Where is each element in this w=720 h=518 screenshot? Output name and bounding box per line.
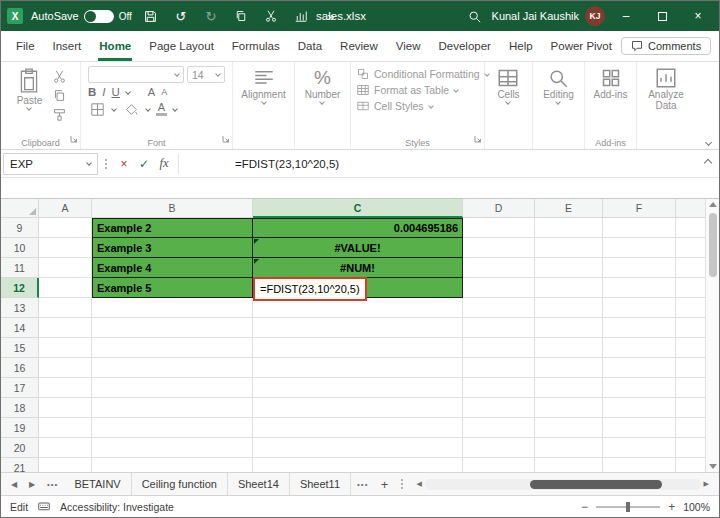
zoom-slider[interactable] [596,506,660,508]
cell[interactable] [92,338,253,358]
cell[interactable] [253,418,463,438]
zoom-out-icon[interactable]: − [581,500,588,514]
clipboard-dialog-launcher-icon[interactable] [70,129,78,147]
row-header-12[interactable]: 12 [1,278,39,298]
cell-a10[interactable] [39,238,92,258]
name-box[interactable]: EXP [3,153,98,175]
zoom-level[interactable]: 100% [683,501,710,513]
row-header-18[interactable]: 18 [1,398,39,418]
row-header-10[interactable]: 10 [1,238,39,258]
horizontal-scroll-thumb[interactable] [530,480,662,489]
collapse-ribbon-icon[interactable] [705,139,712,146]
cancel-icon[interactable]: × [114,157,134,171]
minimize-button[interactable]: – [611,3,641,29]
number-format-button[interactable]: % Number [301,66,345,106]
cell[interactable] [463,318,535,338]
cut-icon[interactable] [260,5,282,27]
cell[interactable] [92,358,253,378]
font-name-select[interactable] [88,66,184,83]
save-icon[interactable] [140,5,162,27]
cell[interactable] [535,378,603,398]
format-as-table-button[interactable]: Format as Table [355,82,460,98]
insert-function-icon[interactable]: fx [154,156,174,171]
column-header-f[interactable]: F [603,199,676,218]
cell[interactable] [39,318,92,338]
document-title[interactable]: sales.xlsx [316,10,366,22]
alignment-button[interactable]: Alignment [237,66,289,106]
tab-page-layout[interactable]: Page Layout [140,31,223,61]
cell[interactable] [463,418,535,438]
tab-data[interactable]: Data [289,31,331,61]
row-header-15[interactable]: 15 [1,338,39,358]
cell[interactable] [603,458,676,472]
cell[interactable] [463,378,535,398]
cell-c10[interactable]: #VALUE! [253,238,463,258]
row-header-21[interactable]: 21 [1,458,39,472]
cell[interactable] [535,418,603,438]
cell-f12[interactable] [603,278,676,298]
cell[interactable] [39,298,92,318]
cell-b9[interactable]: Example 2 [92,218,253,238]
cell[interactable] [535,318,603,338]
cell[interactable] [535,398,603,418]
row-header-9[interactable]: 9 [1,218,39,238]
scroll-right-icon[interactable]: ▶ [704,480,709,488]
cell[interactable] [92,438,253,458]
column-header-c[interactable]: C [253,199,463,218]
cell[interactable] [603,298,676,318]
cell-d10[interactable] [463,238,535,258]
cell-f11[interactable] [603,258,676,278]
scroll-down-icon[interactable] [709,464,717,469]
chart-icon[interactable] [290,5,312,27]
cell[interactable] [92,298,253,318]
tab-view[interactable]: View [387,31,430,61]
sheet-nav-prev-icon[interactable]: ◀ [5,480,23,489]
italic-button[interactable]: I [102,86,105,98]
undo-icon[interactable]: ↺ [170,5,192,27]
cell[interactable] [463,298,535,318]
name-box-dropdown-icon[interactable] [86,160,92,166]
column-header-b[interactable]: B [92,199,253,218]
sheet-tab-sheet14[interactable]: Sheet14 [228,473,290,495]
tab-home[interactable]: Home [90,31,140,61]
cell[interactable] [603,418,676,438]
tab-power-pivot[interactable]: Power Pivot [542,31,621,61]
search-icon[interactable] [464,5,486,27]
cell-e11[interactable] [535,258,603,278]
cell[interactable] [39,378,92,398]
cell-b11[interactable]: Example 4 [92,258,253,278]
row-header-17[interactable]: 17 [1,378,39,398]
cell-f10[interactable] [603,238,676,258]
sheet-tab-betainv[interactable]: BETAINV [64,473,131,495]
cell-e9[interactable] [535,218,603,238]
cell[interactable] [535,338,603,358]
comments-button[interactable]: Comments [621,37,711,55]
scroll-up-icon[interactable] [709,202,717,207]
expand-formula-bar-icon[interactable] [704,159,712,167]
cell-f9[interactable] [603,218,676,238]
tab-developer[interactable]: Developer [430,31,500,61]
cell[interactable] [253,338,463,358]
tab-help[interactable]: Help [500,31,542,61]
cell[interactable] [603,318,676,338]
cut-button[interactable] [50,68,68,84]
new-sheet-button[interactable]: + [374,477,394,492]
cell[interactable] [39,418,92,438]
row-header-13[interactable]: 13 [1,298,39,318]
tab-file[interactable]: File [7,31,44,61]
copy-button[interactable] [50,87,68,103]
cell-b10[interactable]: Example 3 [92,238,253,258]
cell-d9[interactable] [463,218,535,238]
cell[interactable] [39,458,92,472]
cell[interactable] [39,358,92,378]
paste-button[interactable]: Paste [13,66,47,122]
column-header-d[interactable]: D [463,199,535,218]
cell[interactable] [253,318,463,338]
sheet-tab-ceiling-function[interactable]: Ceiling function [132,473,228,495]
font-dialog-launcher-icon[interactable] [222,129,230,147]
horizontal-scrollbar[interactable]: ◀ ▶ [416,479,709,490]
cell[interactable] [463,358,535,378]
cells-button[interactable]: Cells [493,66,523,106]
cell-a11[interactable] [39,258,92,278]
cell-c11[interactable]: #NUM! [253,258,463,278]
